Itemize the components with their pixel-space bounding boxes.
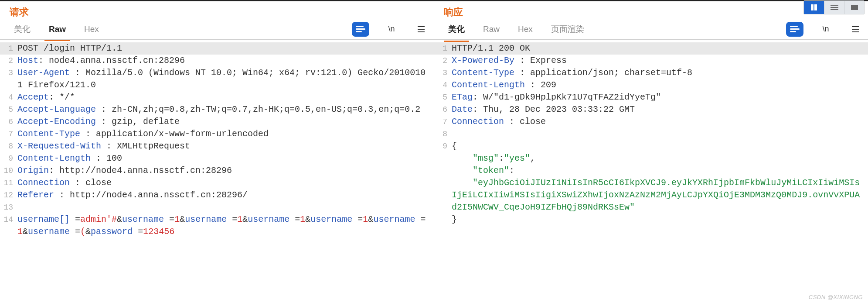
wrap-button[interactable]: \n — [818, 22, 833, 37]
code-line: 2X-Powered-By : Express — [434, 55, 868, 67]
line-content: Date: Thu, 28 Dec 2023 03:33:22 GMT — [452, 103, 862, 116]
line-content: username[] =admin'#&username =1&username… — [17, 213, 428, 238]
line-number: 5 — [434, 91, 452, 103]
line-content: "token": — [452, 165, 862, 177]
code-line: "msg":"yes", — [434, 152, 868, 165]
line-content: "msg":"yes", — [452, 152, 862, 165]
line-number: 8 — [0, 140, 17, 152]
line-content: Connection : close — [452, 116, 862, 128]
code-line: 9{ — [434, 140, 868, 152]
line-number: 1 — [434, 42, 452, 55]
line-content: ETag: W/"d1-gDk9HplpKk71U7qTFAZ2idYyeTg" — [452, 91, 862, 103]
line-content: POST /login HTTP/1.1 — [17, 42, 428, 55]
response-panel: 响应 美化 Raw Hex 页面渲染 \n 1HTTP/1.1 200 OK2X… — [434, 1, 868, 303]
request-title: 请求 — [0, 1, 434, 19]
line-content: { — [452, 140, 862, 152]
line-content: Content-Type : application/json; charset… — [452, 67, 862, 79]
format-icon — [790, 25, 800, 33]
code-line: 7Connection : close — [434, 116, 868, 128]
line-number: 9 — [434, 140, 452, 152]
view-mode-group — [803, 0, 865, 14]
tab-raw[interactable]: Raw — [481, 22, 501, 37]
line-number: 10 — [0, 165, 17, 177]
line-number: 6 — [434, 103, 452, 116]
response-title: 响应 — [434, 1, 868, 19]
code-line: 2Host: node4.anna.nssctf.cn:28296 — [0, 55, 434, 67]
tab-hex[interactable]: Hex — [516, 22, 534, 37]
tab-render[interactable]: 页面渲染 — [549, 21, 586, 38]
response-body[interactable]: 1HTTP/1.1 200 OK2X-Powered-By : Express3… — [434, 40, 868, 303]
menu-button[interactable] — [848, 22, 863, 37]
code-line: 8 — [434, 128, 868, 140]
code-line: 10Origin: http://node4.anna.nssctf.cn:28… — [0, 165, 434, 177]
code-line: 8X-Requested-With : XMLHttpRequest — [0, 140, 434, 152]
line-content: Connection : close — [17, 177, 428, 189]
line-content: User-Agent : Mozilla/5.0 (Windows NT 10.… — [17, 67, 428, 91]
line-number: 11 — [0, 177, 17, 189]
line-number: 2 — [434, 55, 452, 67]
code-line: 5ETag: W/"d1-gDk9HplpKk71U7qTFAZ2idYyeTg… — [434, 91, 868, 103]
line-content: HTTP/1.1 200 OK — [452, 42, 862, 55]
code-line: 4Accept: */* — [0, 91, 434, 103]
line-number: 5 — [0, 103, 17, 116]
code-line: 1HTTP/1.1 200 OK — [434, 42, 868, 55]
tab-pretty[interactable]: 美化 — [446, 21, 466, 38]
request-panel: 请求 美化 Raw Hex \n 1POST /login HTTP/1.12H… — [0, 1, 434, 303]
line-number: 12 — [0, 189, 17, 201]
code-line: 6Date: Thu, 28 Dec 2023 03:33:22 GMT — [434, 103, 868, 116]
format-icon — [356, 25, 365, 33]
line-content: Accept-Language : zh-CN,zh;q=0.8,zh-TW;q… — [17, 103, 428, 116]
code-line: 11Connection : close — [0, 177, 434, 189]
line-content: Host: node4.anna.nssctf.cn:28296 — [17, 55, 428, 67]
line-number: 3 — [0, 67, 17, 79]
line-number: 6 — [0, 116, 17, 128]
line-content: Content-Type : application/x-www-form-ur… — [17, 128, 428, 140]
watermark: CSDN @XIXINGNG — [809, 294, 863, 300]
code-line: 3User-Agent : Mozilla/5.0 (Windows NT 10… — [0, 67, 434, 91]
line-number: 4 — [0, 91, 17, 103]
code-line: 4Content-Length : 209 — [434, 79, 868, 91]
line-number: 8 — [434, 128, 452, 140]
menu-icon — [418, 26, 425, 32]
code-line: 5Accept-Language : zh-CN,zh;q=0.8,zh-TW;… — [0, 103, 434, 116]
request-tabs: 美化 Raw Hex \n — [0, 19, 434, 40]
line-number: 4 — [434, 79, 452, 91]
menu-button[interactable] — [414, 22, 429, 37]
code-line: 6Accept-Encoding : gzip, deflate — [0, 116, 434, 128]
response-tabs: 美化 Raw Hex 页面渲染 \n — [434, 19, 868, 40]
code-line: 13 — [0, 201, 434, 213]
line-content: X-Powered-By : Express — [452, 55, 862, 67]
line-number: 7 — [434, 116, 452, 128]
line-content: X-Requested-With : XMLHttpRequest — [17, 140, 428, 152]
code-line: 14username[] =admin'#&username =1&userna… — [0, 213, 434, 238]
code-line: 3Content-Type : application/json; charse… — [434, 67, 868, 79]
tab-hex[interactable]: Hex — [82, 22, 101, 37]
line-number: 14 — [0, 213, 17, 226]
code-line: "eyJhbGciOiJIUzI1NiIsInR5cCI6IkpXVCJ9.ey… — [434, 177, 868, 213]
line-content: Accept: */* — [17, 91, 428, 103]
code-line: 7Content-Type : application/x-www-form-u… — [0, 128, 434, 140]
tab-raw[interactable]: Raw — [47, 22, 68, 37]
line-number: 2 — [0, 55, 17, 67]
code-line: 9Content-Length : 100 — [0, 152, 434, 165]
view-single-button[interactable] — [844, 1, 864, 14]
line-number: 13 — [0, 201, 17, 213]
view-columns-button[interactable] — [804, 1, 824, 14]
line-content: Accept-Encoding : gzip, deflate — [17, 116, 428, 128]
menu-icon — [852, 26, 859, 32]
line-number: 9 — [0, 152, 17, 165]
wrap-button[interactable]: \n — [384, 22, 399, 37]
line-number: 1 — [0, 42, 17, 55]
code-line: 12Referer : http://node4.anna.nssctf.cn:… — [0, 189, 434, 201]
format-button[interactable] — [786, 22, 803, 37]
line-number: 7 — [0, 128, 17, 140]
tab-pretty[interactable]: 美化 — [12, 21, 32, 38]
format-button[interactable] — [352, 22, 369, 37]
request-body[interactable]: 1POST /login HTTP/1.12Host: node4.anna.n… — [0, 40, 434, 303]
line-content: Content-Length : 209 — [452, 79, 862, 91]
line-content: Content-Length : 100 — [17, 152, 428, 165]
code-line: 1POST /login HTTP/1.1 — [0, 42, 434, 55]
line-content: "eyJhbGciOiJIUzI1NiIsInR5cCI6IkpXVCJ9.ey… — [452, 177, 862, 213]
line-content: Origin: http://node4.anna.nssctf.cn:2829… — [17, 165, 428, 177]
view-rows-button[interactable] — [824, 1, 844, 14]
